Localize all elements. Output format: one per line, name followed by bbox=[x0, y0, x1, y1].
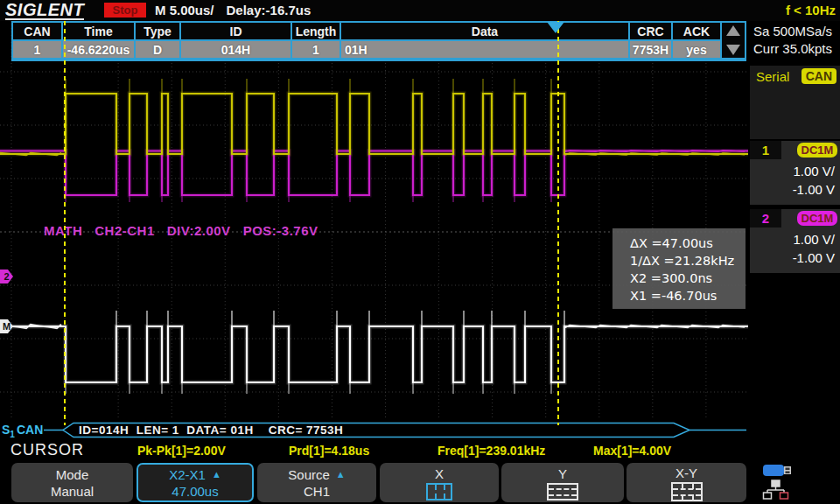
active-menu-title: CURSOR bbox=[10, 441, 84, 459]
usb-icon bbox=[763, 465, 791, 476]
cursor-x1-value: X1 =-46.70us bbox=[630, 287, 746, 304]
channel1-number[interactable]: 1 bbox=[750, 141, 781, 159]
table-scrollbar bbox=[722, 23, 745, 58]
math-expression: CH2-CH1 bbox=[94, 223, 155, 238]
source-label: Source bbox=[288, 466, 330, 483]
memory-depth: Curr 35.0kpts bbox=[753, 40, 832, 58]
x-cursors-icon bbox=[426, 483, 452, 500]
channel2-number[interactable]: 2 bbox=[750, 209, 781, 228]
x2x1-value: 47.00us bbox=[172, 483, 218, 500]
measurement-frequency: Freq[1]=239.01kHz bbox=[438, 444, 545, 458]
col-header-id: ID bbox=[181, 23, 290, 39]
col-header-crc: CRC bbox=[630, 23, 671, 39]
serial-bus-name: CAN bbox=[17, 423, 43, 437]
row-cell-type: D bbox=[136, 41, 179, 58]
up-arrow-icon: ▲ bbox=[212, 470, 221, 480]
cursor-x2-value: X2 =300.0ns bbox=[630, 270, 746, 287]
math-pos: POS:-3.76V bbox=[243, 223, 318, 238]
col-header-can: CAN bbox=[13, 23, 61, 39]
waveform-area: MATHCH2-CH1DIV:2.00VPOS:-3.76V ΔX =47.00… bbox=[0, 21, 748, 442]
softkey-x-cursor-button[interactable]: X bbox=[380, 463, 499, 502]
softkey-xy-cursor-button[interactable]: X-Y bbox=[626, 463, 746, 502]
channel2-coupling-badge[interactable]: DC1M bbox=[797, 211, 837, 226]
channel2-panel[interactable]: 2 DC1M 1.00 V/ -1.00 V bbox=[750, 209, 840, 273]
channel2-scale: 1.00 V/ bbox=[793, 232, 835, 247]
math-status-label: MATHCH2-CH1DIV:2.00VPOS:-3.76V bbox=[19, 208, 331, 253]
channel1-offset: -1.00 V bbox=[793, 182, 835, 197]
timebase-scale: M 5.00us/ bbox=[155, 3, 214, 18]
math-div: DIV:2.00V bbox=[167, 223, 231, 238]
channel1-coupling-badge[interactable]: DC1M bbox=[797, 143, 837, 158]
top-status-bar: SIGLENT Stop M 5.00us/ Delay:-16.7us f <… bbox=[0, 0, 840, 21]
xy-cursor-label: X-Y bbox=[676, 465, 697, 481]
source-value: CH1 bbox=[304, 483, 330, 500]
cursor-x2-line[interactable] bbox=[557, 21, 559, 425]
cursor-inv-delta-x: 1/ΔX =21.28kHz bbox=[630, 252, 746, 270]
can-decode-table: CAN Time Type ID Length Data CRC ACK 1 -… bbox=[11, 21, 746, 61]
cursor-delta-x: ΔX =47.00us bbox=[630, 234, 746, 252]
frequency-counter: f < 10Hz bbox=[786, 3, 836, 18]
scroll-up-icon[interactable] bbox=[726, 25, 740, 36]
serial-label: Serial bbox=[756, 69, 789, 84]
channel2-offset: -1.00 V bbox=[793, 250, 835, 265]
can-decode-frame-text: ID=014H LEN= 1 DATA= 01H CRC= 7753H bbox=[79, 424, 343, 437]
x-cursor-label: X bbox=[435, 466, 444, 482]
mode-label: Mode bbox=[56, 466, 89, 483]
x2x1-label: X2-X1 bbox=[169, 466, 206, 483]
softkey-x2x1-button[interactable]: X2-X1▲ 47.00us bbox=[136, 463, 254, 502]
col-header-length: Length bbox=[292, 23, 340, 39]
run-stop-indicator[interactable]: Stop bbox=[104, 3, 146, 18]
channel1-panel[interactable]: 1 DC1M 1.00 V/ -1.00 V bbox=[750, 141, 840, 205]
right-sidebar: Sa 500MSa/s Curr 35.0kpts Serial CAN 1 D… bbox=[748, 21, 840, 440]
up-arrow-icon: ▲ bbox=[336, 470, 346, 480]
usb-lan-icons bbox=[761, 463, 814, 503]
row-cell-time: -46.6220us bbox=[63, 41, 134, 58]
xy-cursors-icon bbox=[671, 482, 703, 501]
lan-icon bbox=[764, 480, 788, 499]
measurement-max: Max[1]=4.00V bbox=[593, 444, 671, 458]
channel1-scale: 1.00 V/ bbox=[793, 164, 835, 178]
serial-bus-badge[interactable]: CAN bbox=[802, 68, 836, 84]
row-cell-can: 1 bbox=[13, 41, 61, 58]
row-cell-crc: 7753H bbox=[630, 41, 671, 58]
softkey-y-cursor-button[interactable]: Y bbox=[501, 463, 624, 502]
col-header-ack: ACK bbox=[673, 23, 720, 39]
softkey-mode-button[interactable]: Mode Manual bbox=[11, 463, 133, 502]
measurement-row: CURSOR Pk-Pk[1]=2.00V Prd[1]=4.18us Freq… bbox=[0, 440, 840, 461]
serial-bus-source-label: S1 bbox=[2, 423, 15, 439]
oscilloscope-screen: MATHCH2-CH1DIV:2.00VPOS:-3.76V ΔX =47.00… bbox=[0, 0, 840, 504]
trigger-delay: Delay:-16.7us bbox=[227, 3, 312, 18]
trigger-position-indicator[interactable] bbox=[547, 22, 564, 33]
row-cell-ack: yes bbox=[673, 41, 720, 58]
row-cell-id: 014H bbox=[181, 41, 290, 58]
mode-value: Manual bbox=[51, 483, 94, 500]
sample-rate: Sa 500MSa/s bbox=[753, 23, 832, 40]
siglent-logo: SIGLENT bbox=[5, 1, 84, 20]
col-header-data: Data bbox=[341, 23, 628, 39]
row-cell-length: 1 bbox=[292, 41, 340, 58]
timebase-readout: M 5.00us/ Delay:-16.7us bbox=[155, 3, 311, 18]
col-header-type: Type bbox=[136, 23, 179, 39]
scroll-down-icon[interactable] bbox=[726, 45, 740, 55]
measurement-period: Prd[1]=4.18us bbox=[289, 444, 369, 458]
y-cursors-icon bbox=[547, 483, 578, 500]
y-cursor-label: Y bbox=[558, 466, 567, 482]
col-header-time: Time bbox=[63, 23, 134, 39]
row-cell-data: 01H bbox=[341, 41, 628, 58]
softkey-source-button[interactable]: Source▲ CH1 bbox=[257, 463, 376, 502]
measurement-pkpk: Pk-Pk[1]=2.00V bbox=[137, 444, 226, 458]
cursor-readout-box: ΔX =47.00us 1/ΔX =21.28kHz X2 =300.0ns X… bbox=[612, 228, 746, 309]
acquisition-info: Sa 500MSa/s Curr 35.0kpts bbox=[753, 23, 832, 58]
serial-decode-panel[interactable]: Serial CAN bbox=[750, 66, 840, 139]
cursor-x1-line[interactable] bbox=[64, 21, 66, 425]
status-icon-corner bbox=[749, 461, 840, 504]
